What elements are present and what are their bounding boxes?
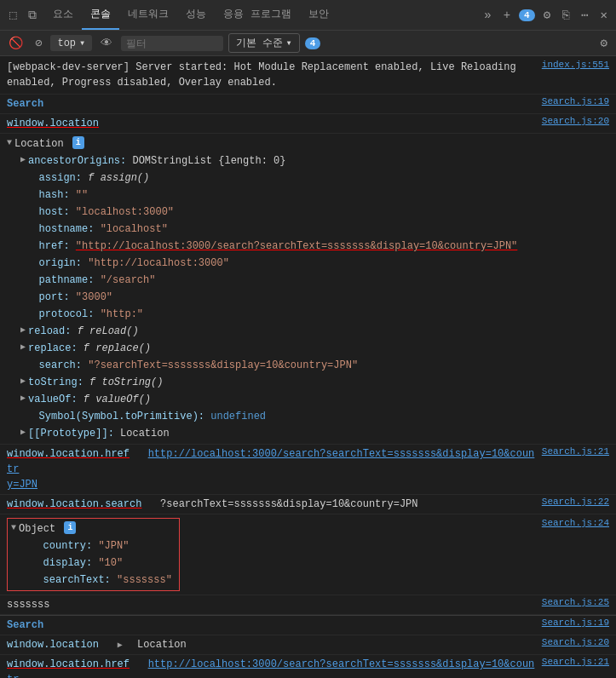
search-log-2: Search Search.js:19 xyxy=(0,616,616,635)
level-label: 기본 수준 xyxy=(236,36,283,50)
search-log-1: Search Search.js:19 xyxy=(0,95,616,114)
clear-icon[interactable]: 🚫 xyxy=(5,34,26,52)
webpack-source[interactable]: index.js:551 xyxy=(542,60,609,70)
object-root-row[interactable]: ▼ Object i xyxy=(8,520,179,537)
href-log-entry: window.location.href http://localhost:30… xyxy=(0,445,616,495)
tab-elements[interactable]: 요소 xyxy=(44,0,82,30)
search-value: ?searchText=sssssss&display=10&country=J… xyxy=(160,498,417,510)
chevron-down-icon4: ▼ xyxy=(11,521,16,534)
window-location-source-2[interactable]: Search.js:20 xyxy=(542,637,609,647)
href-log-entry-2: window.location.href http://localhost:30… xyxy=(0,655,616,678)
chevron-right-icon2: ▶ xyxy=(20,324,26,336)
window-location-content-2: window.location ▶ Location xyxy=(7,637,535,652)
search-log-entry: window.location.search ?searchText=sssss… xyxy=(0,495,616,514)
chevron-right-icon3: ▶ xyxy=(20,341,26,353)
more-icon[interactable]: ⋯ xyxy=(578,6,591,24)
ancestor-origins-row[interactable]: ▶ ancestorOrigins: DOMStringList {length… xyxy=(0,152,616,170)
assign-row: assign: f assign() xyxy=(0,170,616,187)
search-log-content: window.location.search ?searchText=sssss… xyxy=(7,497,535,512)
webpack-log-entry: [webpack-dev-server] Server started: Hot… xyxy=(0,56,616,95)
hostname-row: hostname: "localhost" xyxy=(0,221,616,238)
tostring-row[interactable]: ▶ toString: f toString() xyxy=(0,374,616,391)
device-icon[interactable]: ⧉ xyxy=(24,6,41,25)
origin-row: origin: "http://localhost:3000" xyxy=(0,255,616,272)
sssssss-value-1: sssssss xyxy=(7,597,535,612)
search-log-source[interactable]: Search.js:22 xyxy=(542,497,609,507)
valueof-row[interactable]: ▶ valueOf: f valueOf() xyxy=(0,391,616,408)
search-source-1[interactable]: Search.js:19 xyxy=(542,96,609,106)
inspect-icon[interactable]: ⬚ xyxy=(5,5,20,25)
port-row: port: "3000" xyxy=(0,289,616,306)
top-context-selector[interactable]: top ▾ xyxy=(50,35,92,51)
add-tab-icon[interactable]: + xyxy=(500,7,514,24)
info-badge2: i xyxy=(64,521,76,534)
country-row: country: "JPN" xyxy=(8,537,179,554)
info-badge: i xyxy=(72,136,84,149)
object-header-row: ▼ Object i country: "JPN" display: "10" xyxy=(0,516,616,593)
search-source-2[interactable]: Search.js:19 xyxy=(542,618,609,628)
chevron-down-icon2: ▾ xyxy=(285,37,291,49)
object-tree-area: ▼ Object i country: "JPN" display: "10" xyxy=(7,518,535,591)
location-root-row[interactable]: ▼ Location i xyxy=(0,135,616,152)
window-location-log: window.location Search.js:20 xyxy=(0,114,616,134)
chevron-right-icon4: ▶ xyxy=(20,375,26,388)
href-log-content-2: window.location.href http://localhost:30… xyxy=(7,657,535,678)
object-box: ▼ Object i country: "JPN" display: "10" xyxy=(7,518,180,591)
display-row: display: "10" xyxy=(8,554,179,572)
window-location-log-2: window.location ▶ Location Search.js:20 xyxy=(0,635,616,655)
console-area: [webpack-dev-server] Server started: Hot… xyxy=(0,56,616,678)
tab-security[interactable]: 보안 xyxy=(300,0,337,30)
dock-icon[interactable]: ⎘ xyxy=(559,7,573,24)
more-tabs-icon[interactable]: » xyxy=(481,7,494,24)
protocol-row: protocol: "http:" xyxy=(0,306,616,323)
symbol-row: Symbol(Symbol.toPrimitive): undefined xyxy=(0,408,616,425)
eye-icon[interactable]: 👁 xyxy=(97,35,116,52)
no-entry-icon[interactable]: ⊘ xyxy=(32,34,45,52)
prototype-row[interactable]: ▶ [[Prototype]]: Location xyxy=(0,425,616,442)
settings-icon2[interactable]: ⚙ xyxy=(597,34,611,52)
top-toolbar: ⬚ ⧉ 요소 콘솔 네트워크 성능 응용 프로그램 보안 » + 4 ⚙ ⎘ ⋯… xyxy=(0,0,616,31)
href-row: href: "http://localhost:3000/search?sear… xyxy=(0,238,616,255)
tab-performance[interactable]: 성능 xyxy=(177,0,215,30)
chevron-down-icon: ▾ xyxy=(79,37,85,49)
level-dropdown[interactable]: 기본 수준 ▾ xyxy=(228,33,299,53)
reload-row[interactable]: ▶ reload: f reLoad() xyxy=(0,323,616,340)
href-log-content: window.location.href http://localhost:30… xyxy=(7,446,535,492)
replace-row[interactable]: ▶ replace: f replace() xyxy=(0,340,616,357)
searchtext-row: searchText: "sssssss" xyxy=(8,572,179,589)
webpack-message: [webpack-dev-server] Server started: Hot… xyxy=(7,60,535,90)
search-label-2: Search xyxy=(7,618,535,633)
tab-nav: 요소 콘솔 네트워크 성능 응용 프로그램 보안 xyxy=(44,0,337,30)
chevron-right-icon6: ▶ xyxy=(20,426,26,439)
href-log-source[interactable]: Search.js:21 xyxy=(542,446,609,457)
search-row: search: "?searchText=sssssss&display=10&… xyxy=(0,357,616,374)
sssssss-log-1: sssssss Search.js:25 xyxy=(0,595,616,615)
window-location-label: window.location xyxy=(7,116,535,131)
href-label: window.location.href xyxy=(7,448,130,460)
object-container: ▼ Object i country: "JPN" display: "10" xyxy=(0,514,616,595)
href-value: "http://localhost:3000/search?searchText… xyxy=(76,238,517,254)
tab-console[interactable]: 콘솔 xyxy=(82,0,119,30)
chevron-right-loc: ▶ xyxy=(118,641,123,650)
filter-input[interactable] xyxy=(121,36,223,51)
host-row: host: "localhost:3000" xyxy=(0,204,616,221)
sssssss-source-1[interactable]: Search.js:25 xyxy=(542,597,609,607)
chevron-right-icon5: ▶ xyxy=(20,392,26,405)
object-source[interactable]: Search.js:24 xyxy=(542,518,609,528)
pathname-row: pathname: "/search" xyxy=(0,272,616,289)
window-location-text: window.location xyxy=(7,118,99,129)
toolbar-right: » + 4 ⚙ ⎘ ⋯ ✕ xyxy=(481,6,611,24)
second-toolbar: 🚫 ⊘ top ▾ 👁 기본 수준 ▾ 4 ⚙ xyxy=(0,31,616,56)
tab-application[interactable]: 응용 프로그램 xyxy=(215,0,299,30)
href-label-2: window.location.href xyxy=(7,658,130,670)
tab-network[interactable]: 네트워크 xyxy=(119,0,177,30)
search-label-val: window.location.search xyxy=(7,498,141,510)
chevron-down-icon3: ▼ xyxy=(7,136,12,149)
href-log-source-2[interactable]: Search.js:21 xyxy=(542,657,609,667)
settings-icon[interactable]: ⚙ xyxy=(540,6,554,24)
close-icon[interactable]: ✕ xyxy=(597,6,611,24)
location-tree: ▼ Location i ▶ ancestorOrigins: DOMStrin… xyxy=(0,134,616,445)
hash-row: hash: "" xyxy=(0,187,616,204)
window-location-source[interactable]: Search.js:20 xyxy=(542,116,609,126)
search-label-1: Search xyxy=(7,96,535,112)
